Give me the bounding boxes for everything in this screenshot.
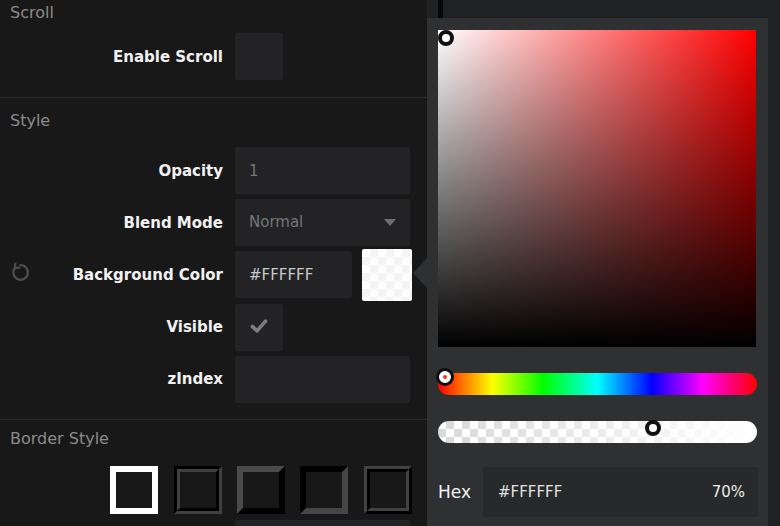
opacity-label: Opacity <box>0 162 223 180</box>
next-row-input-clipped <box>235 520 410 526</box>
enable-scroll-label: Enable Scroll <box>0 48 223 66</box>
border-style-ridge-button[interactable] <box>364 466 412 514</box>
section-title-border-style: Border Style <box>10 429 109 448</box>
app-window: Scroll Enable Scroll Style Opacity Blend… <box>0 0 780 526</box>
section-divider <box>0 97 427 98</box>
visible-label: Visible <box>0 318 223 336</box>
hex-label: Hex <box>438 467 471 517</box>
border-style-groove-button[interactable] <box>174 466 222 514</box>
border-style-outset-button[interactable] <box>237 466 285 514</box>
background-color-swatch[interactable] <box>362 249 412 301</box>
hue-slider[interactable] <box>438 373 757 395</box>
background-color-label: Background Color <box>0 266 223 284</box>
section-divider <box>0 419 427 420</box>
canvas-divider <box>438 0 443 18</box>
blend-mode-label: Blend Mode <box>0 214 223 232</box>
properties-panel: Scroll Enable Scroll Style Opacity Blend… <box>0 0 427 526</box>
hex-value-input[interactable] <box>483 467 758 517</box>
background-color-hex-input[interactable] <box>235 251 352 298</box>
visible-checkbox[interactable] <box>235 304 283 351</box>
saturation-value-area[interactable] <box>438 30 756 347</box>
zindex-input[interactable] <box>235 356 410 403</box>
popup-arrow <box>413 258 427 288</box>
section-title-scroll: Scroll <box>10 3 54 22</box>
blend-mode-value: Normal <box>249 213 303 231</box>
hue-slider-knob[interactable] <box>439 371 451 383</box>
saturation-pointer[interactable] <box>438 30 454 46</box>
alpha-slider[interactable] <box>438 421 757 443</box>
opacity-input[interactable] <box>235 147 410 194</box>
alpha-slider-knob[interactable] <box>645 420 661 436</box>
checkmark-icon <box>246 313 272 343</box>
border-style-solid-button[interactable] <box>110 466 158 514</box>
section-title-style: Style <box>10 111 50 130</box>
color-picker-popup: Hex 70% <box>427 18 768 526</box>
enable-scroll-checkbox[interactable] <box>235 33 283 80</box>
border-style-inset-button[interactable] <box>300 466 348 514</box>
blend-mode-select[interactable]: Normal <box>235 199 410 246</box>
chevron-down-icon <box>384 219 396 226</box>
zindex-label: zIndex <box>0 370 223 388</box>
